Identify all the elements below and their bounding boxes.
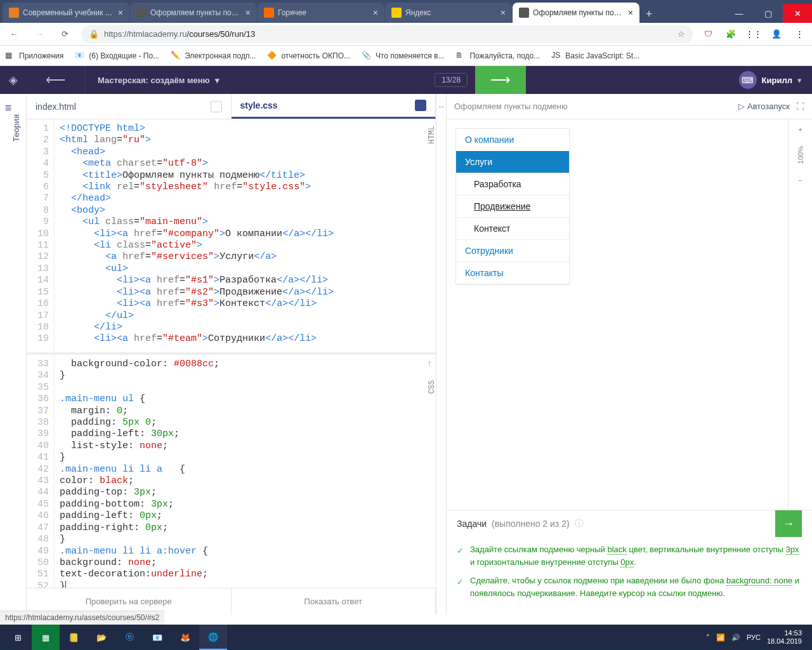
- window-controls: — ▢ ✕: [724, 4, 812, 23]
- windows-taskbar: ⊞ ▦ 📒 📂 ⓔ 📧 🦊 🌐 ˄ 📶 🔊 РУС 14:53 18.04.20…: [0, 625, 812, 650]
- browser-toolbar: ← → ⟳ 🔒 https://htmlacademy.ru/courses/5…: [0, 23, 812, 46]
- progress-badge: 13/28: [435, 73, 468, 87]
- check-icon: ✓: [457, 545, 464, 568]
- show-answer-button[interactable]: Показать ответ: [232, 588, 436, 614]
- menu-item[interactable]: О компании: [456, 129, 569, 151]
- app-header: ◈ ⟵ Мастерская: создаём меню▾ 13/28 ⟶ ⌨ …: [0, 66, 812, 94]
- start-button[interactable]: ⊞: [4, 625, 32, 650]
- submenu-item[interactable]: Контекст: [456, 218, 569, 240]
- browser-tabs: Современный учебник Java×Оформляем пункт…: [0, 0, 724, 23]
- app-logo-icon[interactable]: ◈: [0, 66, 27, 94]
- address-bar[interactable]: 🔒 https://htmlacademy.ru/courses/50/run/…: [81, 25, 693, 43]
- submenu-item[interactable]: Продвижение: [456, 196, 569, 218]
- css-label: CSS: [428, 380, 436, 394]
- split-icon: [211, 101, 222, 112]
- avatar-icon: ⌨: [739, 71, 757, 89]
- preview-header: Оформляем пункты подменю ▷Автозапуск ⛶: [447, 94, 812, 119]
- editor-tab-style[interactable]: style.css: [232, 94, 436, 119]
- user-menu[interactable]: ⌨ Кирилл ▾: [729, 71, 812, 89]
- info-icon[interactable]: ⓘ: [575, 518, 584, 529]
- preview-title: Оформляем пункты подменю: [454, 102, 732, 111]
- system-tray[interactable]: ˄ 📶 🔊 РУС 14:53 18.04.2019: [700, 629, 808, 646]
- tasks-panel: Задачи (выполнено 2 из 2) ⓘ → ✓Задайте с…: [447, 510, 812, 614]
- apps-button[interactable]: ▦Приложения: [5, 51, 63, 61]
- nav-back-button[interactable]: ←: [5, 25, 23, 43]
- close-icon[interactable]: ×: [246, 8, 251, 18]
- status-bar: https://htmlacademy.ru/assets/courses/50…: [0, 611, 164, 625]
- bookmark-item[interactable]: ✏️Электронная подп...: [171, 51, 256, 61]
- bookmark-item[interactable]: 🗎Пожалуйста, подо...: [455, 51, 540, 61]
- taskbar-app[interactable]: 📂: [88, 625, 115, 650]
- autorun-toggle[interactable]: ▷Автозапуск: [738, 102, 790, 111]
- preview-body: О компанииУслугиРазработкаПродвижениеКон…: [447, 119, 788, 510]
- taskbar-app[interactable]: 📒: [60, 625, 88, 650]
- taskbar-app[interactable]: 🦊: [171, 625, 199, 650]
- extension-icon-3[interactable]: ⋮⋮: [746, 27, 761, 42]
- task-item: ✓Задайте ссылкам подменю черный black цв…: [457, 543, 802, 568]
- tray-up-icon[interactable]: ˄: [706, 633, 710, 642]
- browser-tab[interactable]: Горячее×: [258, 3, 384, 23]
- extension-icon[interactable]: 🛡: [700, 27, 716, 42]
- taskbar-app[interactable]: 📧: [143, 625, 171, 650]
- fullscreen-icon[interactable]: ⛶: [796, 102, 804, 111]
- extension-icon-2[interactable]: 🧩: [723, 27, 738, 42]
- taskbar-chrome[interactable]: 🌐: [199, 625, 227, 650]
- profile-icon[interactable]: 👤: [769, 27, 784, 42]
- next-lesson-button[interactable]: ⟶: [475, 66, 526, 94]
- play-icon: ▷: [738, 102, 745, 111]
- taskbar-app[interactable]: ⓔ: [115, 625, 143, 650]
- chevron-down-icon: ▾: [215, 76, 219, 85]
- close-icon[interactable]: ×: [118, 8, 123, 18]
- nav-reload-button[interactable]: ⟳: [56, 25, 74, 43]
- close-icon[interactable]: ×: [373, 8, 378, 18]
- taskbar-app[interactable]: ▦: [32, 625, 60, 650]
- check-icon: ✓: [457, 576, 464, 599]
- editor-tab-index[interactable]: index.html: [27, 94, 232, 119]
- bookmark-item[interactable]: 📎Что поменяется в...: [362, 51, 444, 61]
- tray-lang[interactable]: РУС: [747, 633, 761, 641]
- window-minimize-button[interactable]: —: [724, 4, 754, 23]
- course-title[interactable]: Мастерская: создаём меню▾: [85, 76, 232, 85]
- star-icon[interactable]: ☆: [678, 29, 685, 39]
- editor-column: index.html style.css 1234567891011121314…: [27, 94, 436, 614]
- split-icon: [415, 100, 426, 111]
- close-icon[interactable]: ×: [501, 8, 506, 18]
- arrow-up-icon: ↑: [427, 359, 432, 369]
- code-editor-html[interactable]: 12345678910111213141516171819 <!DOCTYPE …: [27, 119, 436, 352]
- tray-clock[interactable]: 14:53 18.04.2019: [767, 629, 802, 646]
- nav-forward-button[interactable]: →: [30, 25, 48, 43]
- browser-titlebar: Современный учебник Java×Оформляем пункт…: [0, 0, 812, 23]
- browser-tab[interactable]: Яндекс×: [385, 3, 512, 23]
- bookmark-item[interactable]: JSBasic JavaScript: St...: [551, 51, 639, 61]
- main-layout: ≡ Теория index.html style.css 1234567891…: [0, 94, 812, 614]
- tasks-heading: Задачи: [457, 519, 487, 529]
- task-item: ✓Сделайте, чтобы у ссылок подменю при на…: [457, 574, 802, 599]
- menu-item[interactable]: Сотрудники: [456, 240, 569, 262]
- username: Кирилл: [762, 76, 792, 85]
- menu-icon[interactable]: ⋮: [792, 27, 807, 42]
- close-icon[interactable]: ×: [628, 8, 633, 18]
- tasks-header[interactable]: Задачи (выполнено 2 из 2) ⓘ →: [447, 510, 812, 537]
- browser-tab[interactable]: Оформляем пункты подме×: [513, 3, 639, 23]
- code-editor-css[interactable]: 3334353637383940414243444546474849505152…: [27, 355, 436, 588]
- bookmark-item[interactable]: 📧(6) Входящие - По...: [75, 51, 159, 61]
- submenu-item[interactable]: Разработка: [456, 173, 569, 196]
- theory-label: Теория: [11, 114, 21, 142]
- preview-tools-rail: + 100% −: [788, 119, 812, 510]
- window-close-button[interactable]: ✕: [783, 4, 812, 23]
- pane-splitter[interactable]: ↔: [436, 94, 447, 614]
- browser-tab[interactable]: Современный учебник Java×: [3, 3, 129, 23]
- tray-network-icon: 📶: [716, 633, 725, 642]
- bookmark-item[interactable]: 🔶отчетность ОКПО...: [267, 51, 350, 61]
- theory-sidebar[interactable]: ≡ Теория: [0, 94, 27, 614]
- menu-item[interactable]: Контакты: [456, 262, 569, 284]
- menu-item[interactable]: Услуги: [456, 151, 569, 173]
- tasks-next-button[interactable]: →: [775, 510, 802, 537]
- zoom-in-button[interactable]: +: [798, 126, 802, 133]
- window-maximize-button[interactable]: ▢: [754, 4, 783, 23]
- app-back-button[interactable]: ⟵: [27, 66, 85, 94]
- zoom-out-button[interactable]: −: [798, 176, 802, 184]
- html-label: HTML: [428, 126, 436, 144]
- browser-tab[interactable]: Оформляем пункты подме×: [130, 3, 257, 23]
- new-tab-button[interactable]: +: [640, 5, 658, 23]
